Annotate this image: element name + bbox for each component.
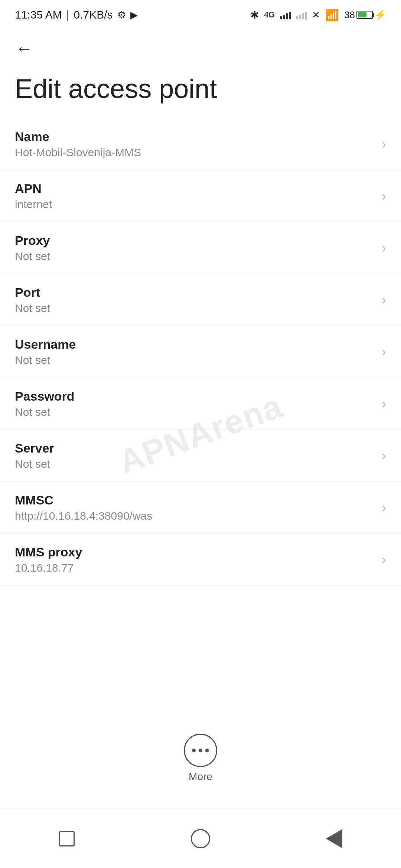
more-dots	[192, 749, 209, 752]
settings-label-proxy: Proxy	[15, 233, 374, 248]
settings-label-port: Port	[15, 285, 374, 300]
settings-item-content-apn: APN internet	[15, 181, 374, 211]
settings-label-name: Name	[15, 129, 374, 144]
settings-value-apn: internet	[15, 198, 374, 211]
settings-item-content-name: Name Hot-Mobil-Slovenija-MMS	[15, 129, 374, 159]
recents-icon	[59, 831, 75, 846]
settings-icon: ⚙	[117, 9, 126, 21]
settings-value-name: Hot-Mobil-Slovenija-MMS	[15, 146, 374, 159]
more-dot-2	[199, 749, 202, 752]
settings-label-apn: APN	[15, 181, 374, 196]
settings-item-content-proxy: Proxy Not set	[15, 233, 374, 263]
settings-item-apn[interactable]: APN internet ›	[0, 170, 401, 222]
page-title: Edit access point	[15, 74, 386, 103]
network-speed: 0.7KB/s	[74, 9, 113, 21]
chevron-icon-apn: ›	[382, 188, 386, 204]
signal-4g-icon: 4G	[264, 10, 275, 20]
settings-item-content-password: Password Not set	[15, 389, 374, 418]
settings-item-content-server: Server Not set	[15, 441, 374, 470]
settings-value-mms-proxy: 10.16.18.77	[15, 562, 374, 574]
more-dot-1	[192, 749, 196, 752]
settings-item-proxy[interactable]: Proxy Not set ›	[0, 222, 401, 274]
back-arrow-icon: ←	[15, 38, 33, 59]
battery-icon	[356, 11, 373, 19]
settings-label-server: Server	[15, 441, 374, 456]
settings-item-content-mmsc: MMSC http://10.16.18.4:38090/was	[15, 493, 374, 522]
home-icon	[191, 829, 210, 848]
settings-item-content-username: Username Not set	[15, 337, 374, 366]
more-button-area: More	[184, 734, 217, 783]
chevron-icon-name: ›	[382, 137, 386, 152]
charging-icon: ⚡	[374, 9, 386, 21]
battery-fill	[358, 12, 366, 17]
chevron-icon-mmsc: ›	[382, 500, 386, 516]
nav-recents-button[interactable]	[48, 820, 85, 857]
bluetooth-icon: ✱	[250, 9, 259, 21]
settings-item-port[interactable]: Port Not set ›	[0, 274, 401, 326]
more-button[interactable]	[184, 734, 217, 767]
settings-item-mmsc[interactable]: MMSC http://10.16.18.4:38090/was ›	[0, 482, 401, 534]
more-dot-3	[205, 749, 209, 752]
page-title-container: Edit access point	[0, 67, 401, 118]
settings-item-mms-proxy[interactable]: MMS proxy 10.16.18.77 ›	[0, 534, 401, 586]
chevron-icon-mms-proxy: ›	[382, 552, 386, 568]
settings-label-mmsc: MMSC	[15, 493, 374, 507]
settings-label-mms-proxy: MMS proxy	[15, 545, 374, 559]
settings-item-content-port: Port Not set	[15, 285, 374, 315]
bottom-nav	[0, 809, 401, 868]
settings-list: Name Hot-Mobil-Slovenija-MMS › APN inter…	[0, 118, 401, 586]
settings-value-proxy: Not set	[15, 250, 374, 263]
more-label: More	[189, 771, 212, 783]
back-button[interactable]: ←	[11, 35, 37, 61]
video-icon: ▶	[130, 9, 138, 21]
chevron-icon-proxy: ›	[382, 240, 386, 256]
nav-home-button[interactable]	[182, 820, 219, 857]
chevron-icon-server: ›	[382, 448, 386, 464]
settings-value-password: Not set	[15, 406, 374, 418]
chevron-icon-username: ›	[382, 344, 386, 360]
wifi-icon: 📶	[325, 9, 339, 22]
settings-value-port: Not set	[15, 302, 374, 315]
crossed-signal-icon: ✕	[312, 9, 320, 21]
settings-item-username[interactable]: Username Not set ›	[0, 326, 401, 378]
battery-percent: 38	[344, 9, 355, 21]
chevron-icon-port: ›	[382, 292, 386, 308]
settings-label-password: Password	[15, 389, 374, 404]
battery-container: 38 ⚡	[344, 9, 386, 21]
settings-label-username: Username	[15, 337, 374, 352]
settings-item-content-mms-proxy: MMS proxy 10.16.18.77	[15, 545, 374, 574]
status-right: ✱ 4G ✕ 📶 38 ⚡	[250, 9, 386, 22]
settings-value-server: Not set	[15, 458, 374, 470]
settings-item-name[interactable]: Name Hot-Mobil-Slovenija-MMS ›	[0, 118, 401, 170]
signal-bars-2	[296, 10, 307, 19]
signal-bars-1	[280, 10, 291, 19]
chevron-icon-password: ›	[382, 396, 386, 412]
settings-value-username: Not set	[15, 354, 374, 366]
separator: |	[66, 9, 69, 21]
settings-item-server[interactable]: Server Not set ›	[0, 430, 401, 482]
status-left: 11:35 AM | 0.7KB/s ⚙ ▶	[15, 9, 138, 21]
back-nav-icon	[326, 829, 342, 848]
settings-item-password[interactable]: Password Not set ›	[0, 378, 401, 430]
time: 11:35 AM	[15, 9, 62, 21]
top-nav: ←	[0, 30, 401, 67]
nav-back-button[interactable]	[316, 820, 353, 857]
settings-value-mmsc: http://10.16.18.4:38090/was	[15, 510, 374, 522]
status-bar: 11:35 AM | 0.7KB/s ⚙ ▶ ✱ 4G ✕ 📶 38 ⚡	[0, 0, 401, 30]
